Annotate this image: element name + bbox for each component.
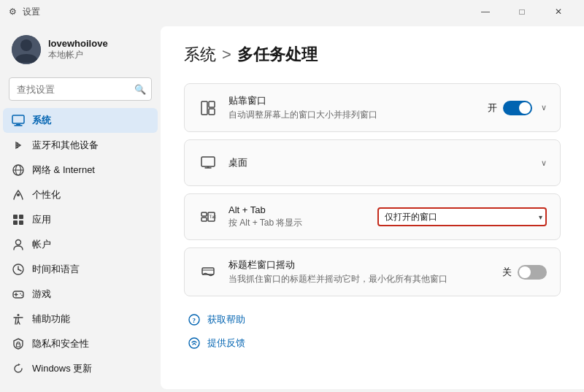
sidebar-item-apps[interactable]: 应用 [3,207,158,232]
snap-window-section: 贴靠窗口 自动调整屏幕上的窗口大小并排列窗口 开 ∨ [184,83,561,132]
title-bar-left: ⚙ 设置 [9,6,40,18]
alt-tab-desc: 按 Alt + Tab 将显示 [228,217,366,229]
minimize-button[interactable]: — [469,0,502,23]
snap-window-toggle-wrap: 开 [488,101,532,115]
sidebar-item-accounts-label: 帐户 [32,238,51,251]
time-icon [12,263,25,276]
desktop-row[interactable]: 桌面 ∨ [185,140,560,185]
alt-tab-title: Alt + Tab [228,204,366,215]
sidebar-item-apps-label: 应用 [32,213,51,226]
windows-update-icon [12,362,25,375]
svg-text:?: ? [193,317,196,324]
feedback-link[interactable]: 提供反馈 [187,331,558,355]
snap-window-chevron[interactable]: ∨ [541,103,547,112]
user-profile: lovewhoilove 本地帐户 [0,23,161,74]
bluetooth-icon [12,139,25,152]
title-shake-desc: 当我抓住窗口的标题栏并摇动它时，最小化所有其他窗口 [228,273,491,285]
snap-window-title: 贴靠窗口 [228,94,476,107]
sidebar-item-accounts[interactable]: 帐户 [3,232,158,257]
svg-point-13 [16,240,21,245]
snap-window-toggle[interactable] [503,101,532,115]
breadcrumb: 系统 > 多任务处理 [184,44,561,66]
svg-rect-26 [209,101,215,107]
sidebar-item-network[interactable]: 网络 & Internet [3,158,158,182]
get-help-link[interactable]: ? 获取帮助 [187,308,558,331]
svg-point-1 [20,39,32,51]
breadcrumb-current: 多任务处理 [237,44,318,66]
svg-point-22 [18,314,20,316]
alt-tab-dropdown[interactable]: 仅打开的窗口所有打开的窗口打开的窗口和 5 个最近使用的标签页打开的窗口和 3 … [377,207,547,226]
help-links: ? 获取帮助 提供反馈 [184,308,561,355]
main-content: 系统 > 多任务处理 贴靠窗口 自动调整屏幕上的窗口大小并排列窗口 [161,26,584,389]
sidebar-item-time[interactable]: 时间和语言 [3,257,158,282]
apps-icon [12,213,25,226]
desktop-icon [198,153,218,173]
feedback-icon [187,336,201,350]
svg-rect-28 [201,157,215,166]
svg-rect-32 [201,218,207,221]
sidebar-item-windows-update-label: Windows 更新 [32,362,92,375]
get-help-label: 获取帮助 [207,313,245,326]
sidebar-item-personalize[interactable]: 个性化 [3,182,158,207]
sidebar-item-system[interactable]: 系统 [3,108,158,133]
sidebar-item-privacy-label: 隐私和安全性 [32,337,89,350]
alt-tab-section: Tab Alt + Tab 按 Alt + Tab 将显示 仅打开的窗口所有打开… [184,193,561,240]
svg-rect-11 [13,220,18,225]
sidebar-item-network-label: 网络 & Internet [32,164,95,177]
snap-window-toggle-thumb [519,102,531,114]
close-button[interactable]: ✕ [542,0,575,23]
title-bar-controls: — □ ✕ [469,0,575,23]
sidebar-item-privacy[interactable]: 隐私和安全性 [3,331,158,356]
title-bar: ⚙ 设置 — □ ✕ [0,0,584,23]
sidebar-item-gaming[interactable]: 游戏 [3,282,158,307]
desktop-chevron[interactable]: ∨ [541,158,547,168]
svg-point-21 [21,295,23,296]
personalize-icon [12,188,25,201]
snap-window-row: 贴靠窗口 自动调整屏幕上的窗口大小并排列窗口 开 ∨ [185,84,560,131]
snap-window-control: 开 ∨ [488,101,547,115]
title-shake-toggle[interactable] [518,265,547,280]
svg-line-16 [18,269,21,271]
title-shake-content: 标题栏窗口摇动 当我抓住窗口的标题栏并摇动它时，最小化所有其他窗口 [228,258,491,285]
avatar [12,35,41,64]
accessibility-icon [12,312,25,326]
user-type: 本地帐户 [48,49,108,61]
breadcrumb-parent: 系统 [184,44,216,66]
svg-rect-24 [17,344,20,347]
search-input[interactable] [9,77,152,101]
title-shake-control: 关 [502,265,547,280]
svg-rect-10 [19,215,23,219]
sidebar-item-time-label: 时间和语言 [32,263,80,276]
feedback-label: 提供反馈 [207,337,245,350]
get-help-icon: ? [187,312,201,327]
app-container: lovewhoilove 本地帐户 🔍 系统 [0,23,584,392]
sidebar-item-bluetooth[interactable]: 蓝牙和其他设备 [3,133,158,158]
desktop-title: 桌面 [228,156,526,169]
maximize-button[interactable]: □ [505,0,539,23]
desktop-content: 桌面 [228,156,526,169]
title-bar-title: 设置 [23,6,40,18]
nav-list: 系统 蓝牙和其他设备 [0,108,161,385]
alt-tab-control: 仅打开的窗口所有打开的窗口打开的窗口和 5 个最近使用的标签页打开的窗口和 3 … [377,207,547,226]
sidebar-item-gaming-label: 游戏 [32,288,51,301]
snap-window-desc: 自动调整屏幕上的窗口大小并排列窗口 [228,109,476,121]
desktop-control: ∨ [538,158,547,168]
sidebar-item-personalize-label: 个性化 [32,188,61,201]
alt-tab-row: Tab Alt + Tab 按 Alt + Tab 将显示 仅打开的窗口所有打开… [185,194,560,239]
snap-window-toggle-label: 开 [488,101,497,115]
alt-tab-dropdown-wrap: 仅打开的窗口所有打开的窗口打开的窗口和 5 个最近使用的标签页打开的窗口和 3 … [377,207,547,226]
title-shake-icon [198,262,218,283]
svg-text:Tab: Tab [210,214,217,219]
svg-rect-25 [201,101,207,115]
sidebar-item-accessibility[interactable]: 辅助功能 [3,307,158,331]
sidebar-item-windows-update[interactable]: Windows 更新 [3,356,158,381]
svg-rect-12 [19,220,23,225]
system-icon [12,114,25,127]
user-name: lovewhoilove [48,38,108,49]
svg-point-8 [17,193,20,196]
search-box: 🔍 [9,77,152,101]
svg-rect-9 [13,215,18,219]
snap-window-content: 贴靠窗口 自动调整屏幕上的窗口大小并排列窗口 [228,94,476,121]
alt-tab-content: Alt + Tab 按 Alt + Tab 将显示 [228,204,366,229]
settings-icon: ⚙ [9,7,17,17]
